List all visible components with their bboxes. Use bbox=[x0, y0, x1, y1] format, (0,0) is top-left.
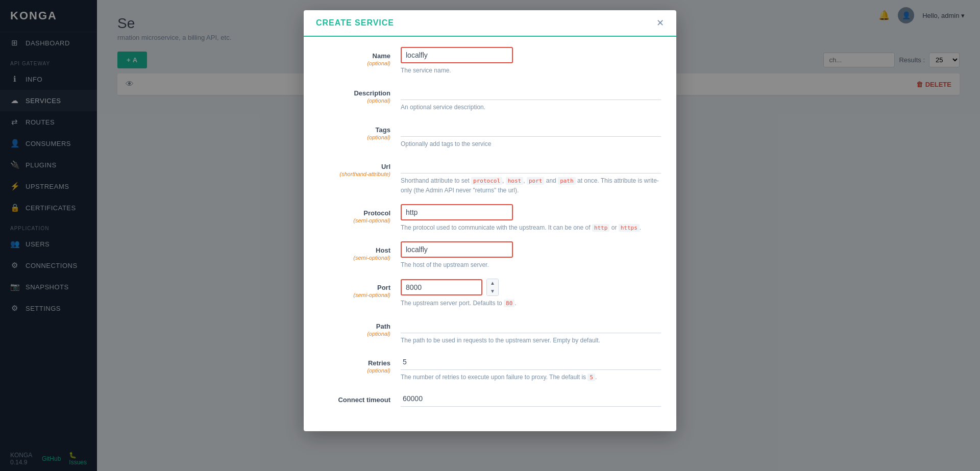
form-label-host: Host bbox=[376, 246, 390, 254]
protocol-input[interactable] bbox=[401, 204, 513, 220]
port-hint: The upstream server port. Defaults to 80… bbox=[401, 299, 661, 308]
form-label-col-protocol: Protocol (semi-optional) bbox=[319, 204, 401, 224]
create-service-modal: CREATE SERVICE ✕ Name (optional) The ser… bbox=[304, 10, 676, 431]
description-hint: An optional service description. bbox=[401, 103, 661, 112]
form-input-col-host: The host of the upstream server. bbox=[401, 241, 661, 269]
form-sublabel-tags: (optional) bbox=[319, 134, 390, 140]
form-sublabel-description: (optional) bbox=[319, 97, 390, 104]
name-input[interactable] bbox=[401, 47, 513, 63]
form-label-tags: Tags bbox=[376, 126, 390, 134]
retries-hint: The number of retries to execute upon fa… bbox=[401, 373, 661, 382]
form-input-col-tags: Optionally add tags to the service bbox=[401, 121, 661, 148]
form-row-port: Port (semi-optional) ▲ ▼ The upstream se… bbox=[319, 279, 661, 308]
form-row-path: Path (optional) The path to be used in r… bbox=[319, 317, 661, 345]
form-label-name: Name bbox=[373, 52, 390, 60]
form-sublabel-port: (semi-optional) bbox=[319, 292, 390, 298]
name-hint: The service name. bbox=[401, 66, 661, 75]
form-row-connect-timeout: Connect timeout bbox=[319, 391, 661, 407]
form-label-url: Url bbox=[381, 163, 390, 170]
form-input-col-protocol: The protocol used to communicate with th… bbox=[401, 204, 661, 233]
port-increment-button[interactable]: ▲ bbox=[487, 279, 498, 287]
form-row-url: Url (shorthand-attribute) Shorthand attr… bbox=[319, 158, 661, 195]
form-input-col-path: The path to be used in requests to the u… bbox=[401, 317, 661, 345]
form-sublabel-retries: (optional) bbox=[319, 367, 390, 374]
form-input-col-retries: The number of retries to execute upon fa… bbox=[401, 354, 661, 382]
retries-input[interactable] bbox=[401, 354, 661, 370]
path-input[interactable] bbox=[401, 317, 661, 333]
form-sublabel-protocol: (semi-optional) bbox=[319, 217, 390, 224]
form-label-connect-timeout: Connect timeout bbox=[338, 396, 390, 404]
protocol-hint: The protocol used to communicate with th… bbox=[401, 223, 661, 233]
form-input-col-description: An optional service description. bbox=[401, 84, 661, 112]
form-input-col-name: The service name. bbox=[401, 47, 661, 75]
modal-close-button[interactable]: ✕ bbox=[656, 18, 664, 28]
url-hint: Shorthand attribute to set protocol, hos… bbox=[401, 176, 661, 195]
form-label-col-retries: Retries (optional) bbox=[319, 354, 401, 374]
form-row-tags: Tags (optional) Optionally add tags to t… bbox=[319, 121, 661, 148]
form-row-description: Description (optional) An optional servi… bbox=[319, 84, 661, 112]
form-sublabel-url: (shorthand-attribute) bbox=[319, 171, 390, 177]
form-label-path: Path bbox=[376, 323, 390, 330]
form-input-col-connect-timeout bbox=[401, 391, 661, 407]
connect-timeout-input[interactable] bbox=[401, 391, 661, 407]
modal-header: CREATE SERVICE ✕ bbox=[304, 10, 676, 37]
modal-overlay: CREATE SERVICE ✕ Name (optional) The ser… bbox=[0, 0, 980, 471]
modal-body: Name (optional) The service name. Descri… bbox=[304, 37, 676, 431]
url-input[interactable] bbox=[401, 158, 661, 173]
form-sublabel-host: (semi-optional) bbox=[319, 255, 390, 261]
tags-hint: Optionally add tags to the service bbox=[401, 139, 661, 148]
form-label-port: Port bbox=[377, 284, 390, 291]
form-label-col-port: Port (semi-optional) bbox=[319, 279, 401, 298]
form-input-col-port: ▲ ▼ The upstream server port. Defaults t… bbox=[401, 279, 661, 308]
port-input[interactable] bbox=[401, 279, 482, 295]
form-label-retries: Retries bbox=[368, 359, 390, 367]
form-row-retries: Retries (optional) The number of retries… bbox=[319, 354, 661, 382]
port-spinner: ▲ ▼ bbox=[486, 279, 499, 296]
form-label-col-connect-timeout: Connect timeout bbox=[319, 391, 401, 404]
tags-input[interactable] bbox=[401, 121, 661, 137]
form-label-protocol: Protocol bbox=[363, 209, 390, 217]
form-label-col-host: Host (semi-optional) bbox=[319, 241, 401, 261]
modal-title: CREATE SERVICE bbox=[316, 18, 394, 28]
form-label-description: Description bbox=[354, 89, 390, 97]
port-decrement-button[interactable]: ▼ bbox=[487, 287, 498, 295]
description-input[interactable] bbox=[401, 84, 661, 100]
port-row: ▲ ▼ bbox=[401, 279, 661, 296]
host-input[interactable] bbox=[401, 241, 513, 258]
form-label-col-description: Description (optional) bbox=[319, 84, 401, 104]
form-label-col-url: Url (shorthand-attribute) bbox=[319, 158, 401, 177]
form-row-host: Host (semi-optional) The host of the ups… bbox=[319, 241, 661, 269]
form-sublabel-path: (optional) bbox=[319, 331, 390, 337]
form-row-protocol: Protocol (semi-optional) The protocol us… bbox=[319, 204, 661, 233]
form-input-col-url: Shorthand attribute to set protocol, hos… bbox=[401, 158, 661, 195]
form-label-col-name: Name (optional) bbox=[319, 47, 401, 66]
form-label-col-path: Path (optional) bbox=[319, 317, 401, 337]
path-hint: The path to be used in requests to the u… bbox=[401, 336, 661, 345]
host-hint: The host of the upstream server. bbox=[401, 260, 661, 269]
form-label-col-tags: Tags (optional) bbox=[319, 121, 401, 140]
form-row-name: Name (optional) The service name. bbox=[319, 47, 661, 75]
form-sublabel-name: (optional) bbox=[319, 60, 390, 66]
